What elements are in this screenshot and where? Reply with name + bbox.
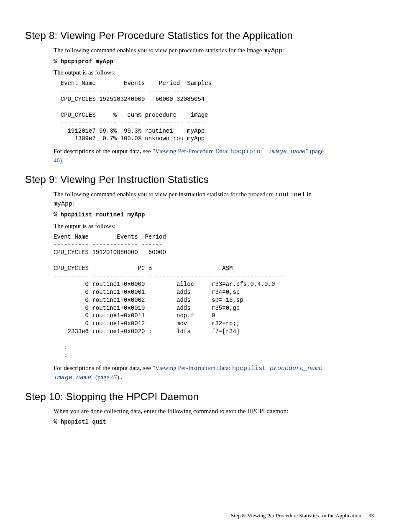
step9-desc: For descriptions of the output data, see… [54, 364, 324, 382]
step8-desc-b: . [62, 157, 64, 164]
step8-link-mono: hpcpiprof [230, 148, 268, 155]
step10-command: % hpcpictl quit [54, 418, 324, 427]
step9-link-a: "Viewing Per-Instruction Data: [153, 365, 232, 371]
step9-intro-c: in [305, 191, 312, 198]
step8-heading: Step 8: Viewing Per Procedure Statistics… [25, 28, 324, 43]
step9-intro-e: : [72, 200, 74, 207]
step8-intro: The following command enables you to vie… [54, 46, 324, 55]
step9-link-mono: hpcpilist [232, 365, 270, 372]
step8-desc-a: For descriptions of the output data, see [54, 148, 153, 154]
step8-desc: For descriptions of the output data, see… [54, 147, 324, 165]
step10-body: When you are done collecting data, enter… [54, 407, 324, 427]
step9-intro-app: myApp [54, 200, 72, 208]
step9-heading: Step 9: Viewing Per Instruction Statisti… [25, 172, 324, 187]
step10-intro: When you are done collecting data, enter… [54, 407, 324, 416]
step8-output: Event Name Events Period Samples -------… [54, 80, 324, 143]
step9-output-label: The output is as follows: [54, 222, 324, 231]
step9-desc-a: For descriptions of the output data, see [54, 365, 153, 371]
step9-command: % hpcpilist routine1 myApp [54, 211, 324, 219]
step9-output: Event Name Events Period ---------- ----… [54, 233, 324, 360]
step8-command: % hpcpiprof myApp [54, 58, 324, 66]
step9-desc-b: . [121, 374, 123, 380]
step8-link-ital: image_name [268, 148, 306, 155]
step9-intro: The following command enables you to vie… [54, 190, 324, 208]
step8-intro-a: The following command enables you to vie… [54, 47, 263, 54]
step9-body: The following command enables you to vie… [54, 190, 324, 382]
step8-body: The following command enables you to vie… [54, 46, 324, 165]
step9-link-b: " (page 47) [91, 374, 121, 380]
step8-output-label: The output is as follows: [54, 68, 324, 77]
step8-link-a: "Viewing Per-Procedure Data: [153, 148, 230, 154]
step9-intro-a: The following command enables you to vie… [54, 191, 275, 198]
step10-heading: Step 10: Stopping the HPCPI Daemon [25, 390, 324, 404]
step8-intro-appname: myApp [263, 47, 282, 54]
step9-intro-proc: routine1 [275, 191, 305, 198]
step8-intro-c: : [282, 47, 284, 54]
